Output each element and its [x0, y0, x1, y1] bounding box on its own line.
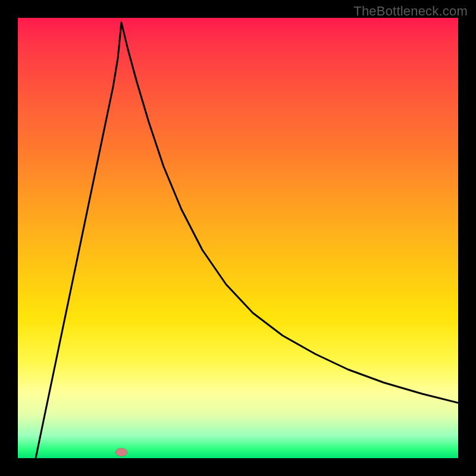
- chart-container: TheBottleneck.com: [0, 0, 476, 476]
- gradient-background: [18, 18, 458, 458]
- watermark-text: TheBottleneck.com: [353, 4, 468, 19]
